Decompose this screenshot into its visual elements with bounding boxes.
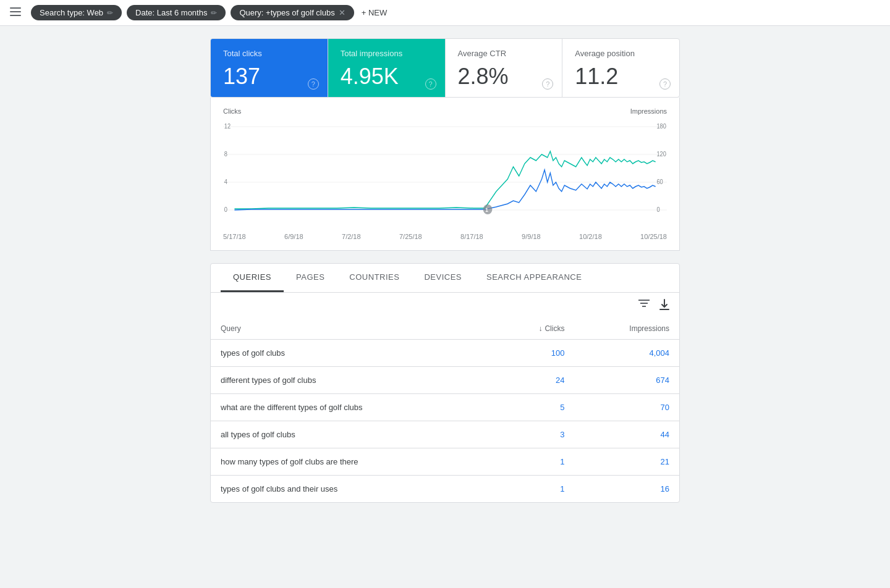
x-label-4: 8/17/18: [460, 233, 483, 240]
chart-container: Clicks Impressions 12 8 4 0 180 120 60 0: [210, 98, 680, 251]
x-label-2: 7/2/18: [342, 233, 361, 240]
avg-ctr-help[interactable]: ?: [542, 78, 553, 90]
avg-position-value: 11.2: [575, 63, 667, 90]
avg-position-label: Average position: [575, 49, 667, 58]
date-label: Date: Last 6 months: [135, 8, 207, 17]
date-edit-icon: ✏: [211, 9, 217, 17]
x-label-1: 6/9/18: [284, 233, 303, 240]
tabs-row: QUERIES PAGES COUNTRIES DEVICES SEARCH A…: [211, 264, 679, 293]
table-row[interactable]: types of golf clubs 100 4,004: [211, 340, 679, 367]
svg-text:12: 12: [224, 123, 231, 130]
clicks-cell: 100: [494, 340, 575, 367]
clicks-cell: 1: [494, 448, 575, 476]
svg-rect-1: [10, 11, 21, 12]
chart-svg-area: 12 8 4 0 180 120 60 0 1: [223, 117, 667, 230]
total-impressions-label: Total impressions: [341, 49, 433, 58]
tab-queries[interactable]: QUERIES: [221, 264, 284, 292]
impressions-cell: 21: [574, 448, 679, 476]
tab-devices[interactable]: DEVICES: [412, 264, 474, 292]
new-button-label: + NEW: [362, 8, 388, 17]
svg-text:120: 120: [656, 151, 666, 158]
svg-text:8: 8: [224, 151, 227, 158]
tab-search-appearance[interactable]: SEARCH APPEARANCE: [474, 264, 594, 292]
total-impressions-card: Total impressions 4.95K ?: [328, 39, 446, 97]
search-type-label: Search type: Web: [40, 8, 103, 17]
metrics-row: Total clicks 137 ? Total impressions 4.9…: [210, 38, 680, 98]
total-clicks-help[interactable]: ?: [308, 78, 319, 90]
download-icon[interactable]: [659, 299, 669, 312]
tab-pages[interactable]: PAGES: [284, 264, 337, 292]
queries-table: Query ↓Clicks Impressions types of golf …: [211, 318, 679, 502]
query-label: Query: +types of golf clubs: [239, 8, 334, 17]
impressions-cell: 4,004: [574, 340, 679, 367]
chart-left-label: Clicks: [223, 107, 241, 115]
svg-text:0: 0: [656, 206, 659, 213]
search-type-chip[interactable]: Search type: Web ✏: [31, 5, 122, 20]
x-label-3: 7/25/18: [399, 233, 422, 240]
avg-position-help[interactable]: ?: [659, 78, 671, 90]
svg-text:60: 60: [656, 178, 663, 185]
tab-countries[interactable]: COUNTRIES: [337, 264, 412, 292]
impressions-cell: 44: [574, 421, 679, 448]
table-row[interactable]: what are the different types of golf clu…: [211, 394, 679, 421]
x-label-0: 5/17/18: [223, 233, 246, 240]
clicks-cell: 1: [494, 476, 575, 503]
query-cell: types of golf clubs and their uses: [211, 476, 494, 503]
filter-icon[interactable]: [638, 299, 650, 312]
menu-icon[interactable]: [10, 7, 21, 18]
clicks-column-header: ↓Clicks: [494, 318, 575, 340]
query-column-header: Query: [211, 318, 494, 340]
avg-ctr-label: Average CTR: [458, 49, 550, 58]
top-bar: Search type: Web ✏ Date: Last 6 months ✏…: [0, 0, 890, 26]
impressions-cell: 674: [574, 367, 679, 394]
query-cell: different types of golf clubs: [211, 367, 494, 394]
new-button[interactable]: + NEW: [362, 8, 388, 17]
svg-text:0: 0: [224, 206, 227, 213]
x-axis-labels: 5/17/18 6/9/18 7/2/18 7/25/18 8/17/18 9/…: [223, 230, 667, 240]
total-clicks-value: 137: [223, 63, 315, 90]
clicks-cell: 3: [494, 421, 575, 448]
total-clicks-label: Total clicks: [223, 49, 315, 58]
sort-arrow-icon: ↓: [538, 324, 542, 333]
svg-rect-2: [10, 15, 21, 16]
query-cell: all types of golf clubs: [211, 421, 494, 448]
total-clicks-card: Total clicks 137 ?: [211, 39, 328, 97]
svg-text:4: 4: [224, 178, 228, 185]
table-row[interactable]: types of golf clubs and their uses 1 16: [211, 476, 679, 503]
x-label-5: 9/9/18: [522, 233, 541, 240]
query-cell: how many types of golf clubs are there: [211, 448, 494, 476]
impressions-column-header: Impressions: [574, 318, 679, 340]
query-cell: what are the different types of golf clu…: [211, 394, 494, 421]
table-toolbar: [211, 293, 679, 318]
table-section: QUERIES PAGES COUNTRIES DEVICES SEARCH A…: [210, 263, 680, 503]
impressions-cell: 70: [574, 394, 679, 421]
search-type-edit-icon: ✏: [107, 9, 113, 17]
svg-text:180: 180: [656, 123, 666, 130]
main-content: Total clicks 137 ? Total impressions 4.9…: [0, 26, 890, 515]
x-label-7: 10/25/18: [640, 233, 667, 240]
total-impressions-help[interactable]: ?: [425, 78, 436, 90]
x-label-6: 10/2/18: [579, 233, 602, 240]
clicks-cell: 24: [494, 367, 575, 394]
table-row[interactable]: different types of golf clubs 24 674: [211, 367, 679, 394]
chart-right-label: Impressions: [630, 107, 667, 115]
avg-ctr-card: Average CTR 2.8% ?: [446, 39, 563, 97]
total-impressions-value: 4.95K: [341, 63, 433, 90]
query-chip[interactable]: Query: +types of golf clubs ✕: [231, 5, 354, 20]
query-cell: types of golf clubs: [211, 340, 494, 367]
svg-text:1: 1: [485, 207, 488, 213]
avg-position-card: Average position 11.2 ?: [562, 39, 679, 97]
impressions-cell: 16: [574, 476, 679, 503]
clicks-cell: 5: [494, 394, 575, 421]
date-chip[interactable]: Date: Last 6 months ✏: [127, 5, 226, 20]
query-close-icon[interactable]: ✕: [339, 8, 345, 17]
svg-rect-0: [10, 7, 21, 9]
table-row[interactable]: all types of golf clubs 3 44: [211, 421, 679, 448]
table-row[interactable]: how many types of golf clubs are there 1…: [211, 448, 679, 476]
avg-ctr-value: 2.8%: [458, 63, 550, 90]
